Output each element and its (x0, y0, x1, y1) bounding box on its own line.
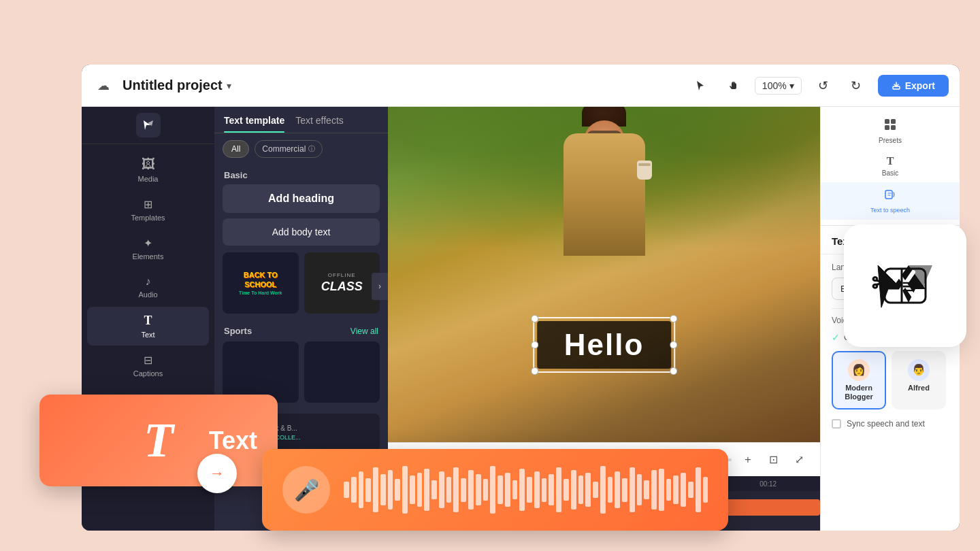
template-class[interactable]: OFFLINE CLASS (304, 252, 380, 314)
floating-text-label: Text (209, 427, 257, 455)
wave-bar (365, 478, 371, 502)
wave-bar (417, 473, 423, 507)
sports-template-1[interactable] (223, 341, 299, 403)
elements-label: Elements (133, 252, 164, 261)
media-icon: 🖼 (142, 156, 155, 172)
add-body-btn[interactable]: Add body text (223, 218, 380, 246)
right-panel-icons: Presets T Basic Text to speech (821, 107, 960, 226)
cloud-icon[interactable]: ☁ (93, 75, 114, 97)
elements-icon: ✦ (144, 237, 152, 250)
floating-arrow-btn[interactable]: → (197, 454, 237, 493)
basic-btn[interactable]: T Basic (821, 150, 960, 182)
tab-text-template[interactable]: Text template (224, 115, 284, 133)
wave-bar (578, 475, 584, 505)
undo-btn[interactable]: ↺ (813, 75, 834, 97)
app-logo (136, 113, 161, 137)
voice-avatar-modern: 👩 (848, 359, 870, 381)
wave-bar (615, 471, 620, 508)
sidebar-item-text[interactable]: T Text (87, 307, 209, 346)
svg-text:✂: ✂ (871, 269, 893, 298)
basic-text-buttons: Add heading Add body text (214, 184, 388, 246)
wave-bar (388, 470, 393, 510)
svg-text:≡: ≡ (902, 274, 915, 299)
wave-bar (490, 466, 495, 514)
cursor-tool-btn[interactable] (689, 75, 711, 97)
wave-bar (630, 467, 635, 512)
wave-bar (549, 474, 554, 506)
voice-card-alfred[interactable]: 👨 Alfred (892, 351, 946, 410)
view-all-link[interactable]: View all (350, 327, 378, 336)
zoom-control[interactable]: 100% ▾ (755, 77, 802, 95)
wave-bar (637, 474, 642, 506)
pan-tool-btn[interactable] (722, 75, 744, 97)
sidebar-item-captions[interactable]: ⊟ Captions (87, 347, 209, 384)
wave-bar (659, 469, 664, 511)
svg-rect-7 (891, 125, 896, 130)
template-grid: BACK TOSCHOOL Time To Hard Work OFFLINE … (214, 252, 388, 320)
wave-bar (673, 475, 679, 505)
audio-icon: ♪ (146, 276, 151, 288)
sidebar-item-media[interactable]: 🖼 Media (87, 150, 209, 190)
tts-btn[interactable]: Text to speech (821, 182, 960, 220)
fit-icon[interactable]: ⊡ (764, 450, 783, 469)
template-next-btn[interactable]: › (372, 273, 388, 300)
svg-rect-4 (885, 119, 889, 124)
presets-btn[interactable]: Presets (821, 112, 960, 150)
wave-bar (666, 479, 672, 500)
voice-card-modern-blogger[interactable]: 👩 ModernBlogger (832, 351, 886, 410)
svg-rect-5 (891, 119, 896, 124)
sidebar-item-audio[interactable]: ♪ Audio (87, 269, 209, 305)
export-button[interactable]: Export (878, 75, 949, 97)
filter-row: All Commercial ⓘ (214, 133, 388, 165)
zoom-in-icon[interactable]: + (738, 450, 757, 469)
wave-bar (527, 477, 532, 503)
sidebar-logo (82, 107, 214, 144)
voice-avatar-alfred: 👨 (908, 359, 930, 381)
wave-bar (512, 480, 518, 499)
wave-bar (351, 477, 357, 503)
wave-bar (600, 466, 606, 514)
project-title: Untitled project (122, 78, 223, 93)
wave-bar (571, 470, 576, 510)
sync-row: Sync speech and text (821, 416, 960, 435)
text-label: Text (141, 331, 154, 339)
audio-label: Audio (138, 290, 157, 299)
project-title-area[interactable]: Untitled project ▾ (122, 78, 231, 93)
sync-checkbox[interactable] (832, 419, 841, 429)
filter-commercial-btn[interactable]: Commercial ⓘ (255, 140, 323, 158)
svg-rect-6 (885, 125, 889, 130)
fullscreen-icon[interactable]: ⤢ (790, 450, 809, 469)
svg-rect-8 (885, 190, 892, 199)
wave-bar (453, 467, 459, 512)
tts-icon (883, 188, 897, 205)
wave-bar (564, 479, 569, 500)
sidebar-item-elements[interactable]: ✦ Elements (87, 230, 209, 267)
wave-bar (476, 474, 481, 506)
video-background: Hello (388, 107, 820, 442)
filter-all-btn[interactable]: All (223, 140, 249, 158)
tab-text-effects[interactable]: Text effects (295, 115, 344, 133)
sidebar-item-templates[interactable]: ⊞ Templates (87, 191, 209, 229)
toolbar-icons: 100% ▾ ↺ ↻ Export (689, 75, 949, 97)
wave-bar (483, 479, 489, 500)
basic-label: Basic (882, 169, 898, 177)
redo-btn[interactable]: ↻ (845, 75, 867, 97)
sports-template-2[interactable] (304, 341, 380, 403)
mic-circle: 🎤 (282, 466, 330, 514)
voice-name-alfred: Alfred (901, 384, 936, 393)
floating-audio-card: 🎤 (262, 449, 728, 531)
wave-bar (410, 475, 415, 505)
sports-section-header: Sports View all (214, 320, 388, 341)
add-heading-btn[interactable]: Add heading (223, 184, 380, 213)
template-back-to-school[interactable]: BACK TOSCHOOL Time To Hard Work (223, 252, 299, 314)
wave-bar (446, 477, 452, 503)
floating-text-card: T Text (39, 395, 278, 486)
wave-bar (688, 482, 693, 497)
wave-bar (431, 480, 437, 499)
wave-bar (622, 478, 627, 502)
wave-bar (402, 466, 408, 514)
hello-text[interactable]: Hello (537, 321, 672, 369)
wave-bar (696, 467, 701, 512)
text-icon: T (144, 314, 152, 328)
captions-label: Captions (133, 369, 163, 378)
